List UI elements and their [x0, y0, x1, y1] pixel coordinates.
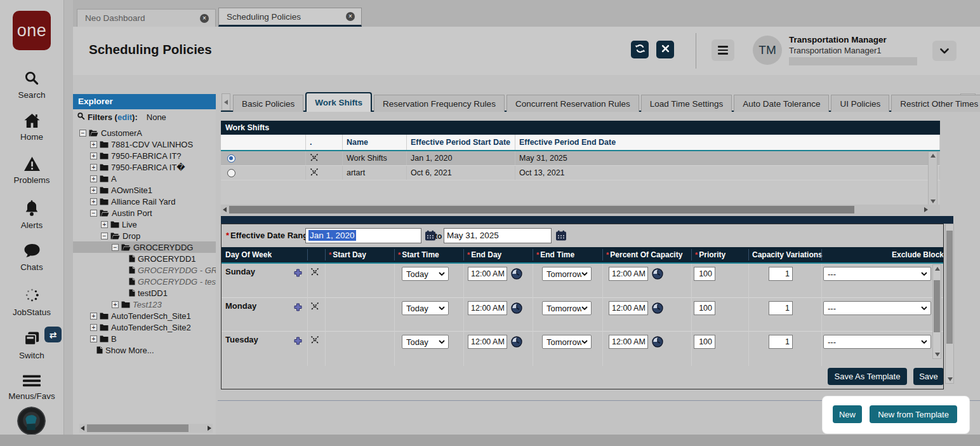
calendar-icon[interactable]	[555, 230, 567, 244]
collapse-icon[interactable]: −	[101, 233, 108, 240]
policy-tab-concurrent-reservation-rules[interactable]: Concurrent Reservation Rules	[507, 95, 639, 112]
close-icon[interactable]: ×	[346, 12, 355, 21]
policy-tab-work-shifts[interactable]: Work Shifts	[305, 92, 372, 112]
switch-badge-icon[interactable]: ⇄	[44, 327, 62, 342]
radio-button[interactable]	[227, 154, 235, 163]
percent-of-capacity-input[interactable]: 100	[694, 301, 715, 315]
expand-icon[interactable]: +	[90, 175, 97, 182]
end-time-input[interactable]: 12:00 AM	[609, 301, 648, 315]
tree-node-a[interactable]: +A	[73, 173, 216, 184]
refresh-button[interactable]	[631, 41, 649, 58]
delete-icon[interactable]	[310, 302, 319, 313]
scroll-right-arrow[interactable]	[208, 426, 211, 431]
expand-icon[interactable]: +	[90, 313, 97, 320]
sidebar-item-search[interactable]: Search	[0, 70, 63, 100]
explorer-hscrollbar[interactable]	[79, 424, 213, 433]
tree-node-7881-cdv-valinhos[interactable]: +7881-CDV VALINHOS	[73, 139, 216, 150]
radio-button[interactable]	[227, 169, 235, 177]
content-vscrollbar[interactable]	[945, 224, 954, 384]
delete-icon[interactable]	[310, 168, 319, 179]
add-icon[interactable]	[294, 336, 302, 348]
tree-node-groceryddg[interactable]: −GROCERYDDG	[73, 241, 216, 253]
percent-of-capacity-input[interactable]: 100	[694, 335, 715, 349]
new-from-template-button[interactable]: New from Template	[870, 405, 957, 423]
panel-splitter[interactable]	[221, 216, 953, 224]
start-time-input[interactable]: 12:00 AM	[468, 335, 507, 349]
collapse-icon[interactable]: −	[112, 244, 119, 251]
percent-of-capacity-input[interactable]: 100	[694, 267, 715, 281]
delete-icon[interactable]	[310, 335, 319, 347]
user-menu-button[interactable]	[932, 41, 957, 61]
scroll-thumb[interactable]	[229, 206, 854, 213]
sidebar-item-problems[interactable]: Problems	[0, 156, 63, 185]
add-icon[interactable]	[294, 302, 302, 314]
priority-input[interactable]: 1	[769, 335, 793, 349]
expand-icon[interactable]: +	[90, 198, 97, 205]
tab-neo-dashboard[interactable]: Neo Dashboard ×	[77, 9, 216, 27]
add-icon[interactable]	[294, 268, 302, 280]
sidebar-item-menus-favs[interactable]: Menus/Favs	[0, 374, 63, 401]
tree-node-austin-port[interactable]: −Austin Port	[73, 207, 216, 219]
tree-node-live[interactable]: +Live	[73, 219, 216, 230]
start-time-input[interactable]: 12:00 AM	[468, 267, 507, 281]
sidebar-item-chats[interactable]: Chats	[0, 243, 63, 272]
clock-icon[interactable]	[652, 302, 663, 316]
expand-icon[interactable]: +	[90, 141, 97, 148]
user-avatar[interactable]: TM	[753, 36, 782, 65]
clock-icon[interactable]	[511, 302, 522, 316]
policy-tab-basic-policies[interactable]: Basic Policies	[233, 95, 303, 112]
start-time-input[interactable]: 12:00 AM	[468, 301, 507, 315]
end-day-select[interactable]: Tomorrow	[542, 301, 592, 315]
clock-icon[interactable]	[652, 268, 663, 282]
tree-node-drop[interactable]: −Drop	[73, 230, 216, 241]
tree-node-alliance-rail-yard[interactable]: +Alliance Rail Yard	[73, 196, 216, 207]
expand-icon[interactable]: +	[90, 335, 97, 342]
scroll-left-arrow[interactable]	[81, 426, 84, 431]
assistant-avatar[interactable]	[17, 407, 46, 435]
policy-tab-auto-date-tolerance[interactable]: Auto Date Tolerance	[734, 95, 829, 112]
clock-icon[interactable]	[652, 336, 663, 350]
save-as-template-button[interactable]: Save As Template	[828, 368, 907, 385]
end-time-input[interactable]: 12:00 AM	[609, 267, 648, 281]
save-button[interactable]: Save	[913, 368, 944, 385]
tree-node-b[interactable]: +B	[73, 333, 216, 344]
scroll-thumb[interactable]	[934, 280, 940, 332]
policy-tab-restrict-other-times[interactable]: Restrict Other Times	[891, 95, 980, 112]
sidebar-item-jobstatus[interactable]: JobStatus	[0, 287, 63, 317]
end-day-select[interactable]: Tomorrow	[542, 335, 592, 349]
policy-tab-ui-policies[interactable]: UI Policies	[831, 95, 889, 112]
expand-icon[interactable]: +	[112, 301, 119, 308]
delete-icon[interactable]	[310, 153, 319, 164]
scroll-thumb[interactable]	[87, 424, 189, 432]
end-time-input[interactable]: 12:00 AM	[609, 335, 648, 349]
policy-tab-reservation-frequency-rules[interactable]: Reservation Frequency Rules	[374, 95, 505, 112]
tree-node-autotendersch-site1[interactable]: +AutoTenderSch_Site1	[73, 310, 216, 321]
priority-input[interactable]: 1	[769, 267, 793, 281]
tabs-scroll-left-button[interactable]	[222, 93, 230, 111]
clock-icon[interactable]	[511, 336, 522, 350]
expand-icon[interactable]: +	[90, 187, 97, 194]
tree-node-groceryddg-grocer[interactable]: GROCERYDDG - GROCER	[73, 264, 216, 276]
sidebar-item-home[interactable]: Home	[0, 113, 63, 142]
close-icon[interactable]: ×	[200, 14, 209, 23]
collapse-icon[interactable]: −	[90, 210, 97, 217]
clock-icon[interactable]	[511, 268, 522, 282]
new-button[interactable]: New	[833, 405, 862, 423]
work-shift-row-artart[interactable]: artartOct 6, 2021Oct 13, 2021	[221, 166, 940, 180]
end-day-select[interactable]: Tomorrow	[542, 267, 592, 281]
capacity-variations-select[interactable]: ---	[823, 335, 931, 349]
scroll-up-arrow[interactable]	[930, 154, 936, 158]
start-day-select[interactable]: Today	[402, 335, 449, 349]
scroll-up-arrow[interactable]	[935, 267, 940, 271]
expand-icon[interactable]: +	[101, 221, 108, 228]
priority-input[interactable]: 1	[769, 301, 793, 315]
start-day-select[interactable]: Today	[402, 267, 449, 281]
work-shifts-hscrollbar[interactable]	[221, 205, 940, 215]
tree-node-show-more[interactable]: Show More...	[73, 344, 216, 356]
capacity-variations-select[interactable]: ---	[823, 301, 931, 315]
collapse-icon[interactable]: −	[79, 130, 86, 137]
tree-node-test123[interactable]: +Test123	[73, 299, 216, 310]
tree-node-7950-fabrica-it[interactable]: +7950-FABRICA IT�	[73, 161, 216, 173]
tree-node-grocerydd1[interactable]: GROCERYDD1	[73, 253, 216, 264]
capacity-variations-select[interactable]: ---	[823, 267, 931, 281]
